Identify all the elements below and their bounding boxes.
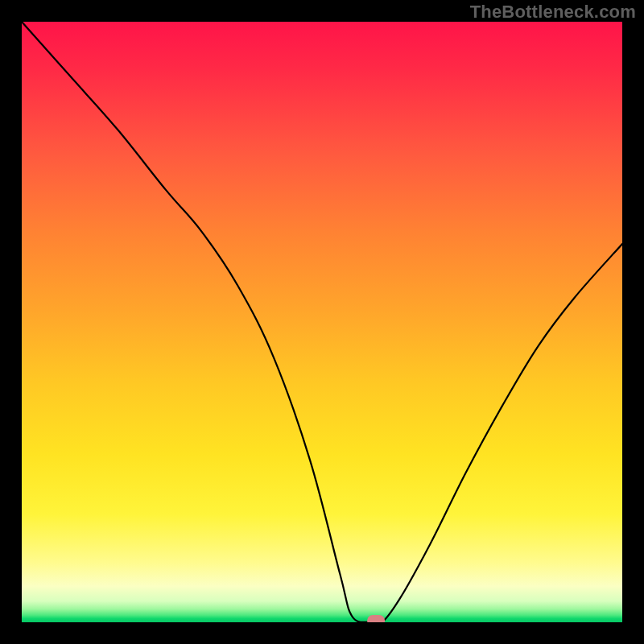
chart-frame: TheBottleneck.com [0, 0, 644, 644]
marker-selected-point [367, 615, 385, 622]
plot-area [22, 22, 622, 622]
marker-layer [22, 22, 622, 622]
watermark-text: TheBottleneck.com [470, 2, 636, 23]
